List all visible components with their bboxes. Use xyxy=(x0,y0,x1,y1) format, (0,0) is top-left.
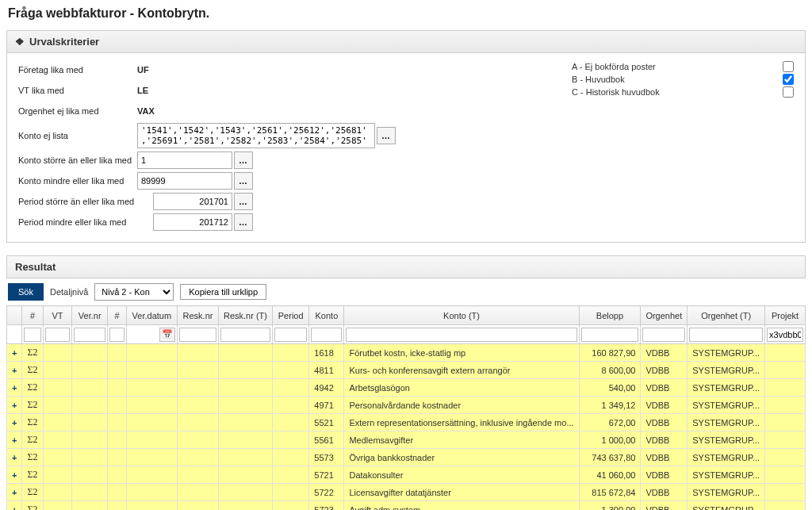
filter-hash2[interactable] xyxy=(109,328,124,342)
col-resknr-t[interactable]: Resk.nr (T) xyxy=(218,306,272,325)
table-row[interactable]: +Σ25723Avgift adm system1 300,00VDBBSYST… xyxy=(7,501,806,511)
criteria-header[interactable]: ❖ Urvalskriterier xyxy=(7,31,805,53)
col-vernr[interactable]: Ver.nr xyxy=(72,306,108,325)
check-a[interactable] xyxy=(783,61,794,72)
col-hash2[interactable]: # xyxy=(108,306,127,325)
orgenhet-cell: VDBB xyxy=(641,344,688,362)
col-orgenhet-t[interactable]: Orgenhet (T) xyxy=(688,306,765,325)
detaljniva-label: Detaljnivå xyxy=(50,287,88,297)
lookup-konto-ej-lista-button[interactable]: … xyxy=(377,127,396,144)
input-period-storre[interactable] xyxy=(153,193,232,210)
filter-resknr-t[interactable] xyxy=(220,328,270,342)
filter-period[interactable] xyxy=(274,328,307,342)
belopp-cell: 160 827,90 xyxy=(579,344,641,362)
calendar-icon[interactable]: 📅 xyxy=(159,328,175,342)
label-konto-storre: Konto större än eller lika med xyxy=(18,155,137,165)
label-period-storre: Period större än eller lika med xyxy=(18,197,153,206)
input-period-mindre[interactable] xyxy=(153,213,232,231)
table-row[interactable]: +Σ25721Datakonsulter41 060,00VDBBSYSTEMG… xyxy=(7,466,806,484)
orgenhet-cell: VDBB xyxy=(641,466,688,484)
konto-t-cell: Arbetsglasögon xyxy=(344,379,579,397)
check-c[interactable] xyxy=(783,86,794,98)
belopp-cell: 540,00 xyxy=(579,379,641,397)
sok-button[interactable]: Sök xyxy=(8,283,44,301)
col-period[interactable]: Period xyxy=(272,306,308,325)
filter-vernr[interactable] xyxy=(74,328,105,342)
input-konto-mindre[interactable] xyxy=(137,172,232,190)
expand-icon[interactable]: + xyxy=(7,431,22,449)
col-konto-t[interactable]: Konto (T) xyxy=(344,306,579,325)
belopp-cell: 8 600,00 xyxy=(579,362,641,379)
col-orgenhet[interactable]: Orgenhet xyxy=(641,306,688,325)
lookup-konto-storre-button[interactable]: … xyxy=(234,151,253,169)
belopp-cell: 1 300,00 xyxy=(579,501,641,511)
orgenhet-cell: VDBB xyxy=(641,414,688,431)
expand-icon[interactable]: + xyxy=(7,501,22,511)
filter-projekt[interactable] xyxy=(767,328,803,342)
value-orgenhet-ej: VAX xyxy=(137,106,155,116)
expand-icon[interactable]: + xyxy=(7,362,22,379)
expand-icon[interactable]: + xyxy=(7,466,22,484)
input-konto-ej-lista[interactable] xyxy=(137,123,375,148)
table-row[interactable]: +Σ25561Medlemsavgifter1 000,00VDBBSYSTEM… xyxy=(7,431,806,449)
table-row[interactable]: +Σ25521Extern representationsersättning,… xyxy=(7,414,806,431)
konto-t-cell: Extern representationsersättning, inklus… xyxy=(344,414,579,431)
sigma-cell: Σ2 xyxy=(22,466,43,484)
konto-t-cell: Personalvårdande kostnader xyxy=(344,397,579,414)
orgenhet-t-cell: SYSTEMGRUP... xyxy=(688,501,765,511)
filter-konto[interactable] xyxy=(311,328,342,342)
collapse-icon: ❖ xyxy=(15,36,25,48)
check-b-label: B - Huvudbok xyxy=(572,75,783,84)
lookup-konto-mindre-button[interactable]: … xyxy=(234,172,253,190)
table-row[interactable]: +Σ25722Licensavgifter datatjänster815 67… xyxy=(7,484,806,501)
lookup-period-storre-button[interactable]: … xyxy=(234,193,253,210)
orgenhet-t-cell: SYSTEMGRUP... xyxy=(688,431,765,449)
filter-orgenhet[interactable] xyxy=(642,328,685,342)
filter-vt[interactable] xyxy=(45,328,70,342)
expand-icon[interactable]: + xyxy=(7,449,22,466)
expand-icon[interactable]: + xyxy=(7,379,22,397)
criteria-panel: ❖ Urvalskriterier Företag lika med UF VT… xyxy=(6,30,806,243)
table-row[interactable]: +Σ21618Förutbet kostn, icke-statlig mp16… xyxy=(7,344,806,362)
col-hash[interactable]: # xyxy=(22,306,43,325)
konto-cell: 5721 xyxy=(309,466,344,484)
col-konto[interactable]: Konto xyxy=(309,306,344,325)
orgenhet-cell: VDBB xyxy=(641,449,688,466)
label-vt: VT lika med xyxy=(18,86,137,95)
table-row[interactable]: +Σ24971Personalvårdande kostnader1 349,1… xyxy=(7,397,806,414)
col-resknr[interactable]: Resk.nr xyxy=(177,306,218,325)
table-row[interactable]: +Σ24811Kurs- och konferensavgift extern … xyxy=(7,362,806,379)
belopp-cell: 1 000,00 xyxy=(579,431,641,449)
filter-hash[interactable] xyxy=(24,328,40,342)
table-row[interactable]: +Σ25573Övriga bankkostnader743 637,80VDB… xyxy=(7,449,806,466)
orgenhet-cell: VDBB xyxy=(641,501,688,511)
sigma-cell: Σ2 xyxy=(22,484,43,501)
check-b[interactable] xyxy=(783,74,794,85)
filter-konto-t[interactable] xyxy=(346,328,576,342)
col-belopp[interactable]: Belopp xyxy=(579,306,641,325)
expand-icon[interactable]: + xyxy=(7,344,22,362)
result-panel: Resultat Sök Detaljnivå Nivå 2 - Kon Kop… xyxy=(6,255,806,510)
orgenhet-t-cell: SYSTEMGRUP... xyxy=(688,484,765,501)
lookup-period-mindre-button[interactable]: … xyxy=(234,213,253,231)
orgenhet-cell: VDBB xyxy=(641,362,688,379)
konto-t-cell: Medlemsavgifter xyxy=(344,431,579,449)
filter-belopp[interactable] xyxy=(581,328,639,342)
label-konto-mindre: Konto mindre eller lika med xyxy=(18,176,137,186)
col-vt[interactable]: VT xyxy=(43,306,71,325)
table-row[interactable]: +Σ24942Arbetsglasögon540,00VDBBSYSTEMGRU… xyxy=(7,379,806,397)
input-konto-storre[interactable] xyxy=(137,151,232,169)
niva-select[interactable]: Nivå 2 - Kon xyxy=(94,283,174,301)
expand-icon[interactable]: + xyxy=(7,484,22,501)
kopiera-button[interactable]: Kopiera till urklipp xyxy=(180,284,266,300)
belopp-cell: 815 672,84 xyxy=(579,484,641,501)
col-projekt[interactable]: Projekt xyxy=(765,306,806,325)
expand-icon[interactable]: + xyxy=(7,397,22,414)
col-verdatum[interactable]: Ver.datum xyxy=(126,306,177,325)
filter-orgenhet-t[interactable] xyxy=(689,328,763,342)
filter-expand xyxy=(7,325,22,344)
konto-cell: 5521 xyxy=(309,414,344,431)
filter-resknr[interactable] xyxy=(179,328,216,342)
expand-icon[interactable]: + xyxy=(7,414,22,431)
orgenhet-cell: VDBB xyxy=(641,484,688,501)
